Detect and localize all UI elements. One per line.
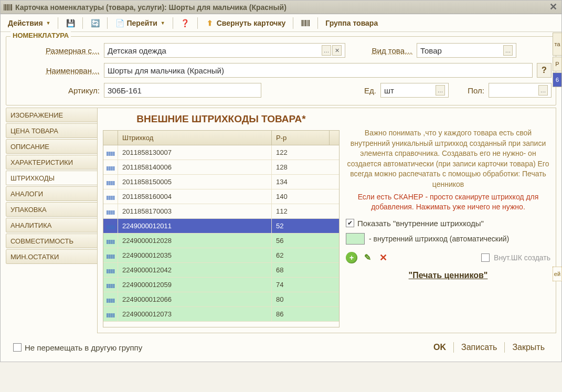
svg-rect-63 <box>107 240 108 244</box>
kind-field[interactable]: Товар … <box>417 43 516 58</box>
svg-rect-78 <box>107 269 107 273</box>
side-cell: ей <box>553 267 562 281</box>
clear-button[interactable]: ✕ <box>332 45 342 56</box>
barcode-cell: 2011858170003 <box>118 204 272 218</box>
table-row[interactable]: 2011858150005134 <box>103 175 339 189</box>
svg-rect-10 <box>305 20 306 26</box>
name-label: Наименован… <box>10 66 100 75</box>
show-internal-checkbox-row[interactable]: ✔ Показать "внутренние штрихкоды" <box>346 219 550 228</box>
checkbox-icon[interactable] <box>481 253 490 262</box>
col-size[interactable]: Р-р <box>272 131 330 145</box>
svg-rect-75 <box>111 255 112 259</box>
window-title: Карточка номенклатуры (товара, услуги): … <box>15 3 548 12</box>
tab-изображение[interactable]: ИЗОБРАЖЕНИЕ <box>6 108 98 122</box>
svg-rect-91 <box>111 284 112 288</box>
svg-rect-73 <box>109 255 110 259</box>
barcode-tool-button[interactable] <box>296 16 314 30</box>
side-cell: та <box>553 33 562 56</box>
size-cell: 68 <box>272 263 339 277</box>
tab-штрихкоды[interactable]: ШТРИХКОДЫ <box>6 171 98 185</box>
table-row[interactable]: 224900001206680 <box>103 292 339 307</box>
svg-rect-49 <box>109 210 110 215</box>
ellipsis-button[interactable]: … <box>538 85 548 96</box>
separator <box>58 17 58 29</box>
goto-menu[interactable]: 📄Перейти▼ <box>111 16 169 30</box>
article-field[interactable]: 306Б-161 <box>104 83 261 98</box>
svg-rect-95 <box>107 299 108 303</box>
ok-button[interactable]: OK <box>429 341 450 354</box>
row-icon <box>103 307 118 321</box>
barcode-icon <box>4 3 12 12</box>
table-row[interactable]: 2011858140006128 <box>103 160 339 175</box>
size-cell: 80 <box>272 292 339 306</box>
close-icon[interactable]: ✕ <box>548 2 558 13</box>
svg-rect-14 <box>107 152 107 156</box>
ellipsis-button[interactable]: … <box>503 45 513 56</box>
help-button[interactable]: ❓ <box>176 16 194 30</box>
refresh-icon-button[interactable]: 🔄 <box>86 16 104 30</box>
tab-цена товара[interactable]: ЦЕНА ТОВАРА <box>6 123 98 138</box>
action-row: + ✎ ✕ Внут.ШК создать <box>346 252 550 263</box>
svg-rect-62 <box>107 240 107 244</box>
col-barcode[interactable]: Штрихкод <box>118 131 272 145</box>
table-row[interactable]: 2011858170003112 <box>103 204 339 219</box>
table-row[interactable]: 224900001202856 <box>103 234 339 248</box>
print-labels-link[interactable]: "Печать ценников" <box>346 271 550 280</box>
svg-rect-56 <box>109 225 109 229</box>
size-series-field[interactable]: Детская одежда …✕ <box>104 43 345 58</box>
tab-характеристики[interactable]: ХАРАКТЕРИСТИКИ <box>6 155 98 169</box>
tab-описание[interactable]: ОПИСАНИЕ <box>6 139 98 154</box>
kind-label: Вид това… <box>349 46 412 55</box>
article-label: Артикул: <box>10 86 100 95</box>
tab-аналоги[interactable]: АНАЛОГИ <box>6 186 98 201</box>
goto-icon: 📄 <box>115 18 124 28</box>
name-help-button[interactable]: ? <box>537 63 552 78</box>
checkbox-icon[interactable]: ✔ <box>346 219 354 227</box>
svg-rect-36 <box>113 181 113 185</box>
svg-rect-102 <box>107 313 107 317</box>
row-icon <box>103 145 118 160</box>
save-button[interactable]: Записать <box>457 341 501 354</box>
checkbox-icon[interactable] <box>13 343 22 352</box>
separator <box>293 17 293 29</box>
svg-rect-101 <box>113 299 114 303</box>
add-button[interactable]: + <box>346 252 357 263</box>
tab-упаковка[interactable]: УПАКОВКА <box>6 202 98 217</box>
unit-field[interactable]: шт … <box>380 83 449 98</box>
actions-menu[interactable]: Действия▼ <box>4 16 55 30</box>
table-body[interactable]: 2011858130007122201185814000612820118581… <box>103 145 339 327</box>
svg-rect-31 <box>107 181 108 185</box>
refresh-icon: 🔄 <box>90 18 100 28</box>
delete-button[interactable]: ✕ <box>377 252 389 263</box>
svg-rect-29 <box>113 166 114 171</box>
table-row[interactable]: 224900001201152 <box>103 219 339 234</box>
table-row[interactable]: 224900001207386 <box>103 307 339 322</box>
gender-field[interactable]: … <box>489 83 552 98</box>
svg-rect-15 <box>107 152 108 156</box>
group-button[interactable]: Группа товара <box>321 16 382 30</box>
tab-мин.остатки[interactable]: МИН.ОСТАТКИ <box>6 249 98 264</box>
ellipsis-button[interactable]: … <box>322 45 331 56</box>
svg-rect-97 <box>109 299 110 303</box>
close-button[interactable]: Закрыть <box>508 341 549 354</box>
edit-button[interactable]: ✎ <box>362 252 373 263</box>
svg-rect-28 <box>113 166 113 171</box>
table-row[interactable]: 224900001204268 <box>103 263 339 278</box>
tab-аналитика[interactable]: АНАЛИТИКА <box>6 218 98 232</box>
ellipsis-button[interactable]: … <box>436 85 445 96</box>
nomenclature-fieldset: НОМЕНКЛАТУРА Размерная с… Детская одежда… <box>6 36 556 105</box>
table-row[interactable]: 2011858160004140 <box>103 189 339 204</box>
table-row[interactable]: 2011858130007122 <box>103 145 339 160</box>
svg-rect-81 <box>109 269 110 273</box>
tab-совместимость[interactable]: СОВМЕСТИМОСТЬ <box>6 234 98 248</box>
svg-rect-44 <box>113 196 113 200</box>
svg-rect-80 <box>109 269 109 273</box>
svg-rect-19 <box>111 152 112 156</box>
name-field[interactable]: Шорты для мальчика (Красный) <box>104 63 533 78</box>
save-icon-button[interactable]: 💾 <box>61 16 79 30</box>
svg-rect-24 <box>109 166 109 171</box>
table-row[interactable]: 224900001203562 <box>103 248 339 263</box>
collapse-button[interactable]: ⬆Свернуть карточку <box>201 16 290 30</box>
legend-row: - внутренний штрихкод (автоматический) <box>346 233 550 245</box>
table-row[interactable]: 224900001205974 <box>103 278 339 292</box>
